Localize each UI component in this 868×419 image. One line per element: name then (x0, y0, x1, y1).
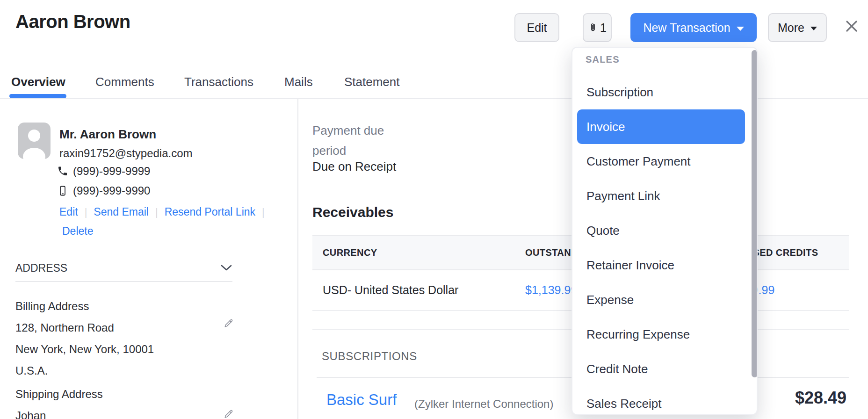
billing-address-label: Billing Address (15, 296, 154, 317)
column-header-currency: CURRENCY (323, 236, 377, 269)
phone-number: (999)-999-9999 (73, 165, 150, 178)
shipping-address-label: Shipping Address (15, 383, 103, 405)
menu-item-subscription[interactable]: Subscription (572, 75, 757, 109)
address-section-title: ADDRESS (15, 262, 67, 275)
menu-item-payment-link[interactable]: Payment Link (572, 179, 757, 213)
chevron-down-icon[interactable] (221, 265, 232, 273)
more-button[interactable]: More (768, 13, 827, 42)
delete-contact-link[interactable]: Delete (62, 225, 93, 238)
receivables-title: Receivables (312, 204, 393, 220)
tab-mails[interactable]: Mails (284, 75, 313, 89)
subscription-amount: $28.49 (748, 388, 846, 408)
contact-email: raxin91752@stypedia.com (59, 147, 193, 160)
menu-item-customer-payment[interactable]: Customer Payment (572, 144, 757, 179)
attachments-button[interactable]: 1 (583, 13, 612, 42)
attachment-count: 1 (600, 21, 607, 35)
billing-address-line: 128, Northern Road (15, 317, 154, 339)
new-transaction-button[interactable]: New Transaction (630, 13, 757, 42)
new-transaction-menu: SALES Subscription Invoice Customer Paym… (571, 47, 758, 415)
subscription-plan-link[interactable]: Basic Surf (326, 391, 397, 409)
billing-address-line: New York, New York, 10001 (15, 339, 154, 360)
link-separator: | (262, 206, 265, 218)
caret-down-icon (810, 27, 817, 30)
tab-comments[interactable]: Comments (95, 75, 154, 89)
new-transaction-label: New Transaction (643, 21, 730, 35)
menu-item-credit-note[interactable]: Credit Note (572, 352, 757, 386)
outstanding-amount-link[interactable]: $1,139.99 (525, 270, 577, 310)
address-divider (15, 281, 232, 282)
billing-address-line: U.S.A. (15, 360, 154, 382)
edit-button[interactable]: Edit (514, 13, 559, 42)
shipping-address-block: Shipping Address Johan (15, 383, 103, 419)
menu-item-invoice[interactable]: Invoice (577, 109, 745, 144)
subscriptions-title: SUBSCRIPTIONS (322, 350, 417, 363)
avatar (18, 123, 51, 159)
contact-name: Mr. Aaron Brown (59, 127, 156, 142)
menu-scrollbar-thumb[interactable] (752, 50, 758, 377)
payment-due-period-value: Due on Receipt (312, 159, 396, 174)
shipping-address-line: Johan (15, 405, 103, 419)
billing-address-block: Billing Address 128, Northern Road New Y… (15, 296, 154, 382)
menu-items: Subscription Invoice Customer Payment Pa… (572, 75, 757, 415)
link-separator: | (85, 206, 87, 218)
close-button[interactable] (841, 15, 862, 37)
menu-item-recurring-expense[interactable]: Recurring Expense (572, 317, 757, 352)
currency-cell: USD- United States Dollar (323, 270, 458, 310)
mobile-number: (999)-999-9990 (73, 184, 150, 197)
link-separator: | (155, 206, 158, 218)
more-label: More (778, 21, 804, 35)
menu-item-quote[interactable]: Quote (572, 213, 757, 248)
page-title: Aaron Brown (15, 11, 130, 32)
resend-portal-link[interactable]: Resend Portal Link (165, 206, 255, 218)
caret-down-icon (737, 27, 744, 31)
menu-item-retainer-invoice[interactable]: Retainer Invoice (572, 248, 757, 282)
mobile-icon (57, 185, 68, 196)
edit-billing-address-icon[interactable] (223, 318, 234, 331)
tab-statement[interactable]: Statement (344, 75, 400, 89)
payment-due-period-label: Payment due period (312, 121, 397, 161)
close-icon (845, 19, 859, 33)
phone-icon (57, 166, 68, 177)
edit-shipping-address-icon[interactable] (223, 409, 234, 419)
menu-item-sales-receipt[interactable]: Sales Receipt (572, 386, 757, 415)
active-tab-underline (9, 94, 66, 98)
paperclip-icon (588, 22, 598, 33)
menu-item-expense[interactable]: Expense (572, 282, 757, 317)
tab-transactions[interactable]: Transactions (184, 75, 253, 89)
send-email-link[interactable]: Send Email (94, 206, 149, 218)
tab-overview[interactable]: Overview (11, 75, 65, 89)
subscription-provider: (Zylker Internet Connection) (414, 397, 553, 411)
menu-group-sales: SALES (586, 54, 620, 65)
edit-contact-link[interactable]: Edit (59, 206, 78, 218)
